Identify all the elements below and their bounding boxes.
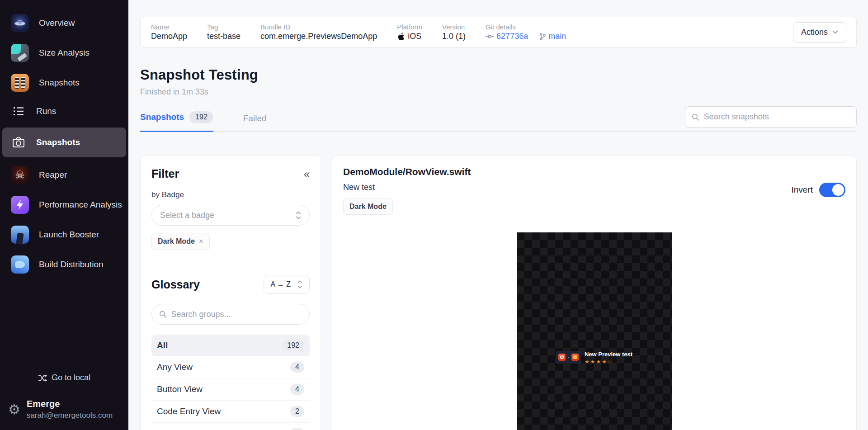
- sidebar-item-size-analysis[interactable]: Size Analysis: [0, 38, 128, 68]
- sidebar-item-label: Runs: [36, 106, 56, 116]
- filmstrip-icon: [11, 74, 29, 92]
- rocket-phone-icon: [11, 226, 29, 244]
- group-row-code-entry-view[interactable]: Code Entry View 2: [151, 401, 310, 423]
- field-value: DemoApp: [151, 32, 187, 41]
- camera-icon: [11, 135, 26, 150]
- sidebar: Overview Size Analysis Snapshots Runs: [0, 0, 128, 430]
- branch-link[interactable]: main: [540, 32, 566, 41]
- field-label: Platform: [397, 23, 422, 31]
- sidebar-item-label: Performance Analysis: [39, 200, 122, 210]
- apple-icon: [397, 32, 405, 41]
- search-icon: [692, 113, 699, 121]
- search-groups-box: [151, 304, 310, 325]
- glossary-title: Glossary: [151, 278, 200, 291]
- lightning-icon: [11, 196, 29, 214]
- by-badge-label: by Badge: [151, 190, 310, 199]
- sidebar-item-label: Launch Booster: [39, 230, 99, 240]
- star-rating: ★★★★☆: [585, 359, 632, 365]
- search-groups-input[interactable]: [171, 310, 302, 319]
- preview-row-view: New Preview test ★★★★☆: [517, 351, 672, 365]
- count-badge: 192: [282, 340, 304, 351]
- invert-label: Invert: [791, 185, 813, 195]
- sidebar-item-reaper[interactable]: ☠ Reaper: [0, 160, 128, 190]
- chevron-updown-icon: [297, 280, 302, 288]
- main-content: Name DemoApp Tag test-base Bundle ID com…: [128, 0, 868, 430]
- sidebar-item-label: Overview: [39, 18, 75, 28]
- field-value: com.emerge.PreviewsDemoApp: [260, 32, 377, 41]
- count-badge: 2: [290, 406, 304, 417]
- search-snapshots-input[interactable]: [704, 112, 850, 122]
- go-to-local-label: Go to local: [52, 373, 90, 383]
- field-value: test-base: [207, 32, 241, 41]
- sidebar-item-overview[interactable]: Overview: [0, 8, 128, 38]
- sidebar-item-snapshots[interactable]: Snapshots: [2, 128, 126, 157]
- badge-select[interactable]: Select a badge: [151, 205, 310, 226]
- field-value: iOS: [408, 32, 421, 41]
- collapse-panel-icon[interactable]: «: [304, 168, 310, 180]
- field-label: Git details: [486, 23, 566, 31]
- field-version: Version 1.0 (1): [442, 23, 466, 41]
- tab-failed[interactable]: Failed: [243, 113, 267, 131]
- group-row-content-view[interactable]: Content View 2: [151, 423, 310, 430]
- sidebar-item-label: Snapshots: [36, 137, 80, 147]
- raygun-icon: [11, 44, 29, 62]
- badge-chip-dark-mode[interactable]: Dark Mode ×: [151, 233, 210, 250]
- preview-app-icons: [556, 351, 581, 364]
- page-title: Snapshot Testing: [140, 67, 857, 83]
- preview-title: New Preview test: [585, 351, 632, 358]
- account-email: sarah@emergetools.com: [27, 411, 113, 420]
- field-label: Bundle ID: [260, 23, 377, 31]
- group-row-button-view[interactable]: Button View 4: [151, 378, 310, 401]
- actions-button[interactable]: Actions: [793, 22, 846, 43]
- commit-link[interactable]: 627736a: [486, 32, 528, 41]
- search-icon: [159, 310, 166, 318]
- account-section[interactable]: ⚙ Emerge sarah@emergetools.com: [0, 387, 128, 420]
- filter-title: Filter: [151, 167, 179, 180]
- mini-app-icon: [571, 354, 579, 361]
- group-row-all[interactable]: All 192: [151, 335, 310, 356]
- branch-icon: [540, 33, 546, 40]
- field-git-details: Git details 627736a main: [486, 23, 566, 41]
- divider: [141, 263, 321, 263]
- mini-app-icon: [558, 354, 566, 361]
- sidebar-nav: Overview Size Analysis Snapshots Runs: [0, 0, 128, 279]
- dot-icon: [568, 357, 569, 358]
- tabs-bar: Snapshots 192 Failed: [140, 111, 857, 132]
- page-subtitle: Finished in 1m 33s: [140, 87, 857, 97]
- sort-order-select[interactable]: A → Z: [264, 275, 310, 294]
- sidebar-item-label: Build Distribution: [39, 260, 104, 269]
- remove-badge-icon[interactable]: ×: [199, 237, 203, 246]
- sidebar-item-launch-booster[interactable]: Launch Booster: [0, 220, 128, 250]
- field-value: 1.0 (1): [442, 32, 466, 41]
- chevron-updown-icon: [296, 211, 301, 219]
- shuffle-icon: [38, 374, 47, 382]
- snapshot-file-title: DemoModule/RowView.swift: [343, 166, 845, 177]
- snapshot-badge-dark-mode[interactable]: Dark Mode: [343, 198, 393, 215]
- tab-snapshots[interactable]: Snapshots 192: [140, 111, 213, 132]
- group-row-any-view[interactable]: Any View 4: [151, 356, 310, 378]
- sidebar-item-runs[interactable]: Runs: [0, 98, 128, 125]
- sidebar-item-snapshots-app[interactable]: Snapshots: [0, 68, 128, 98]
- snapshot-test-name: New test: [343, 183, 845, 192]
- invert-toggle[interactable]: [819, 183, 845, 197]
- field-label: Name: [151, 23, 187, 31]
- sidebar-item-label: Size Analysis: [39, 48, 90, 58]
- gear-icon[interactable]: ⚙: [8, 403, 20, 416]
- chevron-down-icon: [832, 30, 838, 34]
- filter-panel: Filter « by Badge Select a badge Dark Mo…: [140, 155, 321, 430]
- glossary-group-list: All 192 Any View 4 Button View 4 Code En…: [151, 335, 310, 430]
- account-org: Emerge: [27, 399, 113, 409]
- snapshot-preview-image[interactable]: New Preview test ★★★★☆: [517, 232, 672, 430]
- field-tag: Tag test-base: [207, 23, 241, 41]
- go-to-local-button[interactable]: Go to local: [0, 369, 128, 387]
- sidebar-item-build-distribution[interactable]: Build Distribution: [0, 250, 128, 279]
- sidebar-footer: Go to local ⚙ Emerge sarah@emergetools.c…: [0, 369, 128, 430]
- sidebar-item-label: Snapshots: [39, 78, 80, 88]
- count-badge: 4: [290, 362, 304, 373]
- sidebar-item-label: Reaper: [39, 170, 67, 180]
- sidebar-item-performance[interactable]: Performance Analysis: [0, 190, 128, 220]
- count-badge: 2: [290, 428, 304, 430]
- snapshot-card: DemoModule/RowView.swift New test Dark M…: [332, 155, 857, 430]
- list-icon: [11, 104, 26, 119]
- field-label: Version: [442, 23, 466, 31]
